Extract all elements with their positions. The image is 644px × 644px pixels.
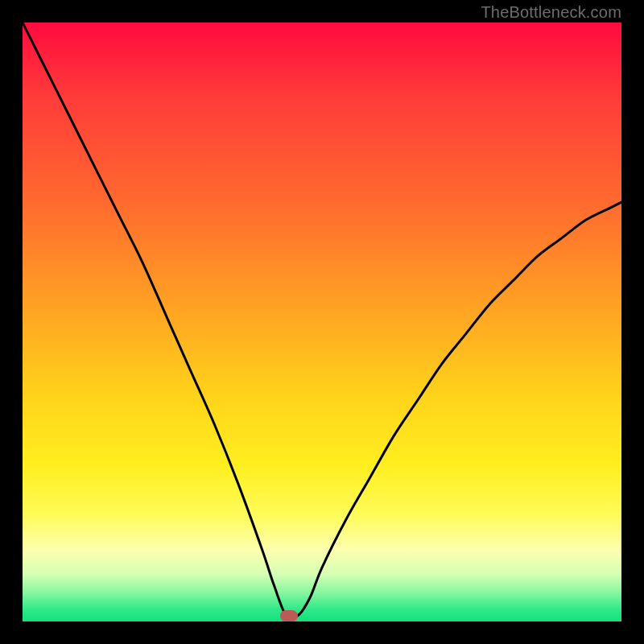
watermark-text: TheBottleneck.com: [481, 3, 621, 22]
optimum-marker: [280, 610, 298, 621]
chart-frame: TheBottleneck.com: [0, 0, 644, 644]
bottleneck-curve: [23, 23, 621, 621]
plot-area: [23, 23, 621, 621]
